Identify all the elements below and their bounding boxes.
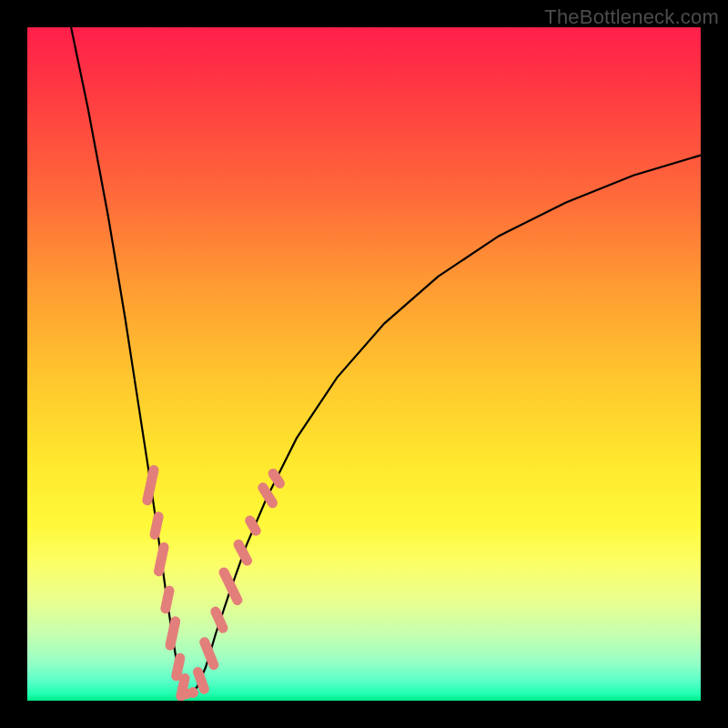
marker-pill bbox=[165, 615, 182, 651]
marker-dot bbox=[187, 687, 198, 698]
chart-frame: TheBottleneck.com bbox=[0, 0, 728, 728]
marker-pill bbox=[153, 541, 170, 577]
curve-svg bbox=[27, 27, 701, 701]
plot-area bbox=[27, 27, 701, 701]
data-markers bbox=[141, 464, 287, 701]
marker-pill bbox=[217, 566, 245, 607]
marker-pill bbox=[267, 467, 288, 490]
marker-pill bbox=[232, 538, 254, 568]
marker-pill bbox=[148, 511, 164, 541]
marker-pill bbox=[209, 605, 230, 635]
marker-pill bbox=[198, 636, 220, 672]
marker-pill bbox=[243, 513, 263, 537]
marker-pill bbox=[159, 585, 175, 615]
marker-pill bbox=[141, 464, 159, 506]
watermark-label: TheBottleneck.com bbox=[544, 5, 719, 29]
